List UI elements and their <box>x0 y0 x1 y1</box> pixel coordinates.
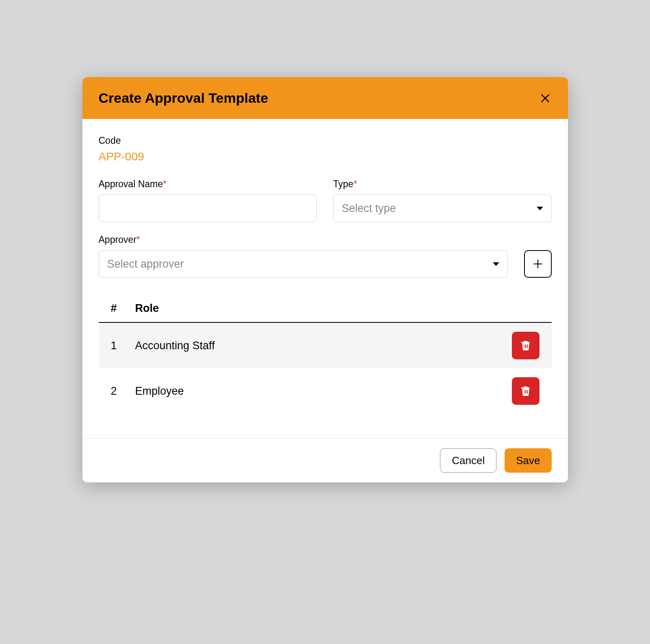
chevron-down-icon <box>493 262 499 266</box>
cancel-button[interactable]: Cancel <box>440 448 496 473</box>
table-body: 1 Accounting Staff 2 Employee <box>99 323 552 414</box>
type-group: Type* Select type <box>333 179 552 222</box>
approval-template-modal: Create Approval Template Code APP-009 Ap… <box>82 77 568 482</box>
close-button[interactable] <box>539 92 552 105</box>
row-role: Employee <box>135 385 511 398</box>
trash-icon <box>520 385 532 397</box>
plus-icon <box>533 259 543 269</box>
trash-icon <box>520 339 532 352</box>
approver-label: Approver* <box>99 234 508 245</box>
required-asterisk: * <box>353 179 357 189</box>
delete-row-button[interactable] <box>512 332 540 359</box>
code-label: Code <box>99 135 552 146</box>
modal-body: Code APP-009 Approval Name* Type* Select… <box>82 119 568 438</box>
row-action <box>511 332 540 359</box>
approval-name-label: Approval Name* <box>99 179 317 190</box>
approver-placeholder: Select approver <box>107 258 184 270</box>
approver-row: Approver* Select approver <box>99 234 552 278</box>
approval-name-group: Approval Name* <box>99 179 317 222</box>
modal-header: Create Approval Template <box>82 77 568 119</box>
add-approver-button[interactable] <box>524 250 552 278</box>
approval-name-input[interactable] <box>99 194 317 222</box>
row-number: 2 <box>111 385 135 398</box>
required-asterisk: * <box>163 179 167 189</box>
table-row: 1 Accounting Staff <box>99 323 552 368</box>
delete-row-button[interactable] <box>512 377 540 405</box>
table-head: # Role <box>99 302 552 323</box>
type-placeholder: Select type <box>342 202 396 215</box>
table-row: 2 Employee <box>99 368 552 414</box>
form-row-1: Approval Name* Type* Select type <box>99 179 552 222</box>
row-action <box>511 377 540 405</box>
modal-title: Create Approval Template <box>99 90 269 106</box>
th-role: Role <box>135 302 540 315</box>
approver-select[interactable]: Select approver <box>99 250 508 278</box>
modal-footer: Cancel Save <box>82 438 568 482</box>
required-asterisk: * <box>136 234 140 245</box>
chevron-down-icon <box>537 207 543 210</box>
row-role: Accounting Staff <box>135 339 511 352</box>
row-number: 1 <box>111 339 135 352</box>
type-label: Type* <box>333 179 552 190</box>
code-value: APP-009 <box>99 150 552 163</box>
approver-group: Approver* Select approver <box>99 234 508 278</box>
save-button[interactable]: Save <box>505 448 551 473</box>
th-num: # <box>111 302 135 315</box>
type-select[interactable]: Select type <box>333 194 552 222</box>
approvers-table: # Role 1 Accounting Staff <box>99 302 552 414</box>
close-icon <box>540 93 550 104</box>
